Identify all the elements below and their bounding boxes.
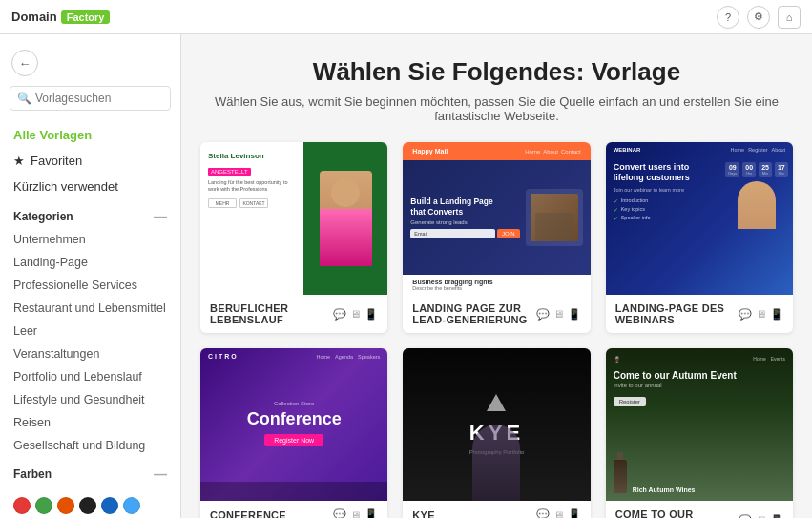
sidebar-cat-gesellschaft[interactable]: Gesellschaft und Bildung <box>0 434 180 457</box>
color-light-blue[interactable] <box>123 497 140 514</box>
landing-main: Build a Landing Pagethat Converts Genera… <box>403 160 590 275</box>
help-icon[interactable]: ? <box>717 6 739 29</box>
categories-collapse-icon[interactable]: — <box>154 209 167 224</box>
sidebar-item-all-vorlagen[interactable]: Alle Vorlagen <box>0 122 180 148</box>
count-hours-lbl: Hrs <box>745 171 753 176</box>
autumn-nav-2: Events <box>771 356 785 363</box>
sidebar-cat-professionelle[interactable]: Professionelle Services <box>0 274 180 297</box>
chat-icon-6: 💬 <box>739 514 752 519</box>
check-icon-1: ✓ <box>614 197 618 204</box>
color-black[interactable] <box>79 497 96 514</box>
sidebar-item-favorites[interactable]: ★ Favoriten <box>0 148 180 174</box>
template-card-kye[interactable]: KYE Photography Portfolio KYE 💬 🖥 📱 <box>403 348 590 518</box>
sidebar-cat-leer[interactable]: Leer <box>0 320 180 342</box>
home-icon[interactable]: ⌂ <box>778 6 801 29</box>
count-box-secs: 17 Sec <box>775 162 788 177</box>
template-thumb-kye: KYE Photography Portfolio <box>403 348 590 501</box>
webinar-heading: Convert users intolifelong customers <box>614 162 720 183</box>
mobile-icon-3: 📱 <box>770 308 783 321</box>
logo: Domain Factory <box>11 10 110 24</box>
template-device-icons-3: 💬 🖥 📱 <box>739 308 783 321</box>
webinar-nav-1: Home <box>730 147 744 153</box>
template-card-webinar[interactable]: WEBINAR Home Register About Convert user… <box>606 142 793 333</box>
settings-icon[interactable]: ⚙ <box>747 6 770 29</box>
page-title: Wählen Sie Folgendes: Vorlage <box>200 57 793 87</box>
sidebar-cat-reisen[interactable]: Reisen <box>0 411 180 434</box>
sidebar-cat-restaurant[interactable]: Restaurant und Lebensmittel <box>0 297 180 320</box>
mobile-icon-5: 📱 <box>568 508 581 518</box>
desktop-icon-5: 🖥 <box>553 509 564 519</box>
color-blue[interactable] <box>101 497 118 514</box>
landing-text: Build a Landing Pagethat Converts Genera… <box>410 197 519 238</box>
sidebar-item-recent-label: Kürzlich verwendet <box>13 179 118 194</box>
webinar-features: ✓ Introduction ✓ Key topics ✓ <box>614 197 720 221</box>
sidebar-cat-unternehmen[interactable]: Unternehmen <box>0 228 180 251</box>
chat-icon-3: 💬 <box>739 308 752 321</box>
kye-person-silhouette <box>472 425 520 501</box>
colors-section <box>0 486 180 518</box>
conf-nav-1: Home <box>316 354 330 360</box>
autumn-content: 🍷 Home Events Come to our Autumn Event I… <box>606 348 793 501</box>
bottle-body <box>614 460 627 493</box>
color-green[interactable] <box>35 497 52 514</box>
color-red[interactable] <box>13 497 31 514</box>
landing-nav: Home About Contact <box>525 149 580 155</box>
autumn-main-text: Come to our Autumn Event Invite to our a… <box>614 370 785 406</box>
desktop-icon-6: 🖥 <box>756 514 766 518</box>
webinar-feature-2: ✓ Key topics <box>614 206 720 213</box>
top-navigation: Domain Factory ? ⚙ ⌂ <box>0 0 812 34</box>
webinar-feature-3: ✓ Speaker info <box>614 215 720 221</box>
color-orange[interactable] <box>57 497 74 514</box>
webinar-sub: Join our webinar to learn more <box>614 187 720 193</box>
feature-text-1: Introduction <box>621 197 649 203</box>
sidebar-cat-landing-page[interactable]: Landing-Page <box>0 251 180 274</box>
stella-desc: Landing für the best opportunity to work… <box>208 179 296 193</box>
autumn-nav-1: Home <box>753 356 765 363</box>
logo-domain-text: Domain <box>11 10 57 24</box>
landing-email-input: Email <box>410 229 495 238</box>
template-info-kye: KYE 💬 🖥 📱 <box>403 501 590 518</box>
conf-nav-2: Agenda <box>335 354 353 360</box>
back-button[interactable]: ← <box>11 50 38 76</box>
template-card-autumn[interactable]: 🍷 Home Events Come to our Autumn Event I… <box>606 348 793 518</box>
mobile-icon: 📱 <box>364 308 378 321</box>
template-card-conference[interactable]: CITRO Home Agenda Speakers Collection St… <box>200 348 387 518</box>
sidebar-item-all-label: Alle Vorlagen <box>13 128 92 142</box>
landing-bottom-text: Business bragging rights <box>412 279 580 285</box>
landing-top-bar: Happy Mail Home About Contact <box>403 142 590 160</box>
webinar-nav: Home Register About <box>730 147 785 153</box>
template-card-lebenslauf[interactable]: Stella Levinson ANGESTELLT Landing für t… <box>200 142 387 333</box>
main-layout: ← 🔍 Alle Vorlagen ★ Favoriten Kürzlich v… <box>0 34 812 518</box>
template-name-lebenslauf: BERUFLICHER LEBENSLAUF <box>210 302 333 325</box>
template-device-icons-4: 💬 🖥 📱 <box>333 508 378 518</box>
count-days-lbl: Days <box>728 171 737 176</box>
sidebar-item-recent[interactable]: Kürzlich verwendet <box>0 174 180 199</box>
stella-tag: ANGESTELLT <box>208 168 251 176</box>
webinar-nav-3: About <box>772 147 785 153</box>
template-name-webinar: LANDING-PAGE DES WEBINARS <box>615 302 739 325</box>
colors-collapse-icon[interactable]: — <box>154 466 167 482</box>
sidebar-cat-portfolio[interactable]: Portfolio und Lebenslauf <box>0 365 180 388</box>
search-input[interactable] <box>10 86 171 111</box>
autumn-logo-text: 🍷 <box>614 356 620 363</box>
conf-nav-3: Speakers <box>358 354 380 360</box>
template-info-conference: Conference 💬 🖥 📱 <box>200 501 387 518</box>
sidebar-cat-veranstaltungen[interactable]: Veranstaltungen <box>0 342 180 365</box>
categories-label: Kategorien <box>13 210 73 223</box>
count-mins: 25 <box>761 164 769 171</box>
landing-heading: Build a Landing Pagethat Converts <box>410 197 519 216</box>
kye-triangle-icon <box>487 394 506 411</box>
feature-text-3: Speaker info <box>621 215 651 220</box>
webinar-countdown: 09 Days 00 Hrs 25 Min <box>725 162 788 177</box>
nav-icons-group: ? ⚙ ⌂ <box>717 6 801 29</box>
template-device-icons: 💬 🖥 📱 <box>333 308 378 321</box>
sidebar: ← 🔍 Alle Vorlagen ★ Favoriten Kürzlich v… <box>0 34 181 518</box>
template-thumb-autumn: 🍷 Home Events Come to our Autumn Event I… <box>606 348 793 501</box>
conf-bottom-bar <box>200 482 387 501</box>
page-subtitle: Wählen Sie aus, womit Sie beginnen möcht… <box>200 94 793 123</box>
conf-main: Collection Store Conference Register Now <box>200 364 387 482</box>
sidebar-cat-lifestyle[interactable]: Lifestyle und Gesundheit <box>0 388 180 411</box>
count-secs: 17 <box>778 164 785 171</box>
search-icon: 🔍 <box>17 92 31 105</box>
template-card-lead-gen[interactable]: Happy Mail Home About Contact Build a La… <box>403 142 590 333</box>
